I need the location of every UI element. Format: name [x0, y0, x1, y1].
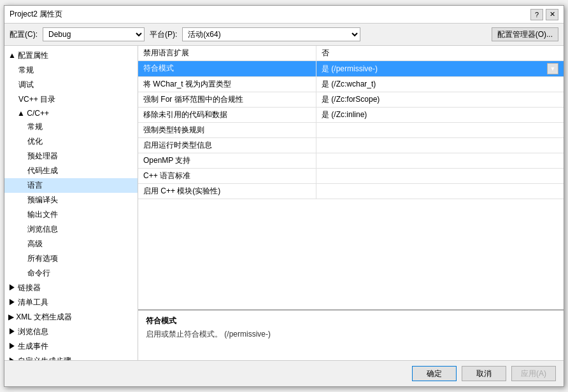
sidebar: ▲ 配置属性常规调试VC++ 目录▲ C/C++常规优化预处理器代码生成语言预编… — [4, 46, 138, 360]
sidebar-item-language[interactable]: 语言 — [4, 178, 138, 193]
props-area: 禁用语言扩展否符合模式是 (/permissive-)▼将 WChar_t 视为… — [138, 46, 564, 360]
prop-name: 符合模式 — [138, 61, 316, 76]
sidebar-item-debug[interactable]: 调试 — [4, 78, 138, 92]
prop-value — [316, 138, 564, 153]
sidebar-item-linker[interactable]: ▶ 链接器 — [4, 281, 138, 295]
prop-name: OpenMP 支持 — [138, 153, 316, 168]
properties-dialog: Project2 属性页 ? ✕ 配置(C): Debug 平台(P): 活动(… — [4, 5, 564, 387]
sidebar-item-preprocessor[interactable]: 预处理器 — [4, 149, 138, 164]
table-row[interactable]: 将 WChar_t 视为内置类型是 (/Zc:wchar_t) — [138, 77, 564, 92]
table-row[interactable]: 启用 C++ 模块(实验性) — [138, 184, 564, 199]
prop-value: 是 (/permissive-)▼ — [316, 61, 564, 76]
prop-value: 是 (/Zc:inline) — [316, 108, 564, 122]
description-area: 符合模式 启用或禁止符合模式。 (/permissive-) — [138, 309, 564, 360]
description-text: 启用或禁止符合模式。 (/permissive-) — [146, 329, 556, 340]
sidebar-item-browse2[interactable]: ▶ 浏览信息 — [4, 325, 138, 339]
table-row[interactable]: C++ 语言标准 — [138, 169, 564, 184]
table-row[interactable]: 强制 For 循环范围中的合规性是 (/Zc:forScope) — [138, 92, 564, 108]
prop-name: 移除未引用的代码和数据 — [138, 108, 316, 122]
prop-value — [316, 123, 564, 137]
prop-name: 启用运行时类型信息 — [138, 138, 316, 153]
prop-name: 强制 For 循环范围中的合规性 — [138, 92, 316, 107]
table-row[interactable]: 启用运行时类型信息 — [138, 138, 564, 153]
sidebar-item-pch[interactable]: 预编译头 — [4, 193, 138, 207]
sidebar-item-output-files[interactable]: 输出文件 — [4, 207, 138, 222]
help-button[interactable]: ? — [530, 9, 543, 20]
table-row[interactable]: OpenMP 支持 — [138, 153, 564, 169]
ok-button[interactable]: 确定 — [412, 366, 457, 381]
description-title: 符合模式 — [146, 316, 556, 326]
title-bar-buttons: ? ✕ — [530, 9, 558, 20]
platform-select[interactable]: 活动(x64) — [182, 27, 360, 41]
cancel-button[interactable]: 取消 — [462, 366, 506, 381]
dialog-title: Project2 属性页 — [10, 9, 62, 20]
sidebar-item-browse[interactable]: 浏览信息 — [4, 222, 138, 237]
sidebar-item-config-props[interactable]: ▲ 配置属性 — [4, 48, 138, 63]
title-bar: Project2 属性页 ? ✕ — [4, 6, 564, 24]
toolbar: 配置(C): Debug 平台(P): 活动(x64) 配置管理器(O)... — [4, 24, 564, 46]
sidebar-item-cpp-general[interactable]: 常规 — [4, 120, 138, 134]
prop-value: 否 — [316, 46, 564, 60]
sidebar-item-xml-gen[interactable]: ▶ XML 文档生成器 — [4, 310, 138, 325]
apply-button[interactable]: 应用(A) — [511, 366, 556, 381]
sidebar-item-build-events[interactable]: ▶ 生成事件 — [4, 339, 138, 354]
prop-name: 启用 C++ 模块(实验性) — [138, 184, 316, 199]
config-label: 配置(C): — [10, 29, 38, 40]
config-manager-button[interactable]: 配置管理器(O)... — [492, 27, 558, 41]
config-select[interactable]: Debug — [43, 27, 145, 41]
prop-value — [316, 153, 564, 168]
table-row[interactable]: 符合模式是 (/permissive-)▼ — [138, 61, 564, 77]
prop-value — [316, 169, 564, 183]
table-row[interactable]: 移除未引用的代码和数据是 (/Zc:inline) — [138, 108, 564, 123]
main-content: ▲ 配置属性常规调试VC++ 目录▲ C/C++常规优化预处理器代码生成语言预编… — [4, 46, 564, 360]
props-table: 禁用语言扩展否符合模式是 (/permissive-)▼将 WChar_t 视为… — [138, 46, 564, 309]
prop-name: 将 WChar_t 视为内置类型 — [138, 77, 316, 92]
table-row[interactable]: 禁用语言扩展否 — [138, 46, 564, 61]
sidebar-item-vcpp-dir[interactable]: VC++ 目录 — [4, 92, 138, 107]
sidebar-item-all-options[interactable]: 所有选项 — [4, 251, 138, 266]
platform-label: 平台(P): — [150, 29, 177, 40]
sidebar-item-cmdline[interactable]: 命令行 — [4, 266, 138, 281]
sidebar-item-cpp[interactable]: ▲ C/C++ — [4, 107, 138, 120]
prop-value: 是 (/Zc:forScope) — [316, 92, 564, 107]
sidebar-item-optimize[interactable]: 优化 — [4, 134, 138, 149]
prop-value — [316, 184, 564, 199]
sidebar-item-general[interactable]: 常规 — [4, 63, 138, 78]
table-row[interactable]: 强制类型转换规则 — [138, 123, 564, 138]
sidebar-item-list-tool[interactable]: ▶ 清单工具 — [4, 295, 138, 310]
prop-name: 强制类型转换规则 — [138, 123, 316, 137]
dropdown-button[interactable]: ▼ — [547, 63, 558, 74]
footer: 确定 取消 应用(A) — [4, 360, 564, 386]
prop-value: 是 (/Zc:wchar_t) — [316, 77, 564, 92]
sidebar-item-custom-step[interactable]: ▶ 自定义生成步骤 — [4, 354, 138, 360]
prop-name: C++ 语言标准 — [138, 169, 316, 183]
close-button[interactable]: ✕ — [546, 9, 558, 20]
sidebar-item-code-gen[interactable]: 代码生成 — [4, 164, 138, 178]
prop-name: 禁用语言扩展 — [138, 46, 316, 60]
sidebar-item-advanced[interactable]: 高级 — [4, 237, 138, 251]
